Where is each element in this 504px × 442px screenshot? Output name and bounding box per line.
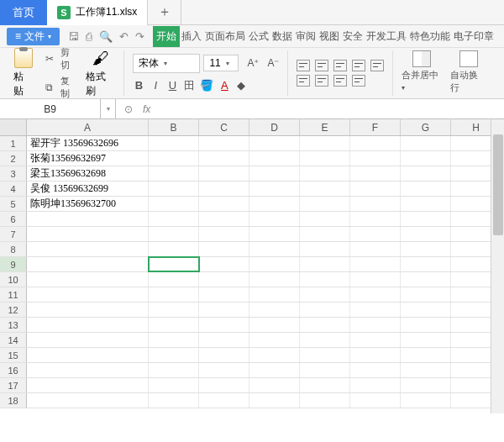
indent-decrease-icon[interactable] (352, 60, 365, 71)
font-name-select[interactable]: 宋体▾ (133, 54, 200, 73)
wrap-text-button[interactable]: 自动换行 (450, 50, 487, 96)
cell[interactable] (199, 242, 249, 256)
cell[interactable] (249, 348, 300, 362)
cell[interactable] (249, 303, 300, 317)
scrollbar-thumb[interactable] (493, 134, 503, 235)
cell[interactable] (350, 348, 401, 362)
vertical-scrollbar[interactable] (491, 119, 504, 413)
cell[interactable] (300, 257, 350, 271)
cell[interactable] (149, 287, 199, 302)
cell[interactable] (27, 318, 149, 332)
column-header[interactable]: A (27, 119, 149, 135)
cell[interactable] (149, 182, 199, 196)
column-header[interactable]: F (350, 119, 401, 135)
cell[interactable] (27, 378, 149, 392)
cell[interactable] (249, 212, 300, 226)
cell[interactable] (27, 227, 149, 241)
cell[interactable] (27, 303, 149, 317)
cell[interactable] (149, 151, 199, 166)
cell[interactable] (249, 378, 300, 392)
cell[interactable] (149, 378, 199, 392)
format-brush-button[interactable]: 格式刷 (86, 49, 116, 98)
cell[interactable]: 吴俊 13569632699 (27, 182, 149, 196)
cell[interactable] (401, 287, 451, 302)
cell[interactable] (249, 242, 300, 256)
fill-color-button[interactable]: 🪣 (200, 79, 213, 92)
cell[interactable] (249, 257, 300, 271)
cell[interactable] (401, 227, 451, 241)
cell[interactable] (27, 393, 149, 408)
bold-button[interactable]: B (133, 79, 144, 92)
row-header[interactable]: 16 (0, 363, 27, 377)
font-color-button[interactable]: A (218, 79, 230, 92)
select-all-corner[interactable] (0, 119, 27, 135)
name-box[interactable]: B9 (0, 99, 101, 118)
column-header[interactable]: G (401, 119, 451, 135)
row-header[interactable]: 2 (0, 151, 27, 166)
cell[interactable] (27, 348, 149, 362)
cell[interactable] (149, 212, 199, 226)
cell[interactable] (249, 227, 300, 241)
cell[interactable] (149, 303, 199, 317)
cell[interactable] (249, 197, 300, 211)
cell[interactable] (249, 318, 300, 332)
cell[interactable] (199, 136, 249, 150)
cell[interactable] (199, 363, 249, 377)
row-header[interactable]: 3 (0, 166, 27, 181)
cell[interactable] (401, 166, 451, 181)
cell[interactable] (350, 227, 401, 241)
cell[interactable] (350, 242, 401, 256)
cell[interactable] (149, 136, 199, 150)
cell[interactable] (149, 227, 199, 241)
preview-icon[interactable]: 🔍 (99, 30, 113, 43)
cell[interactable] (300, 242, 350, 256)
cell[interactable] (199, 287, 249, 302)
cell[interactable] (199, 318, 249, 332)
cell[interactable] (300, 318, 350, 332)
cell[interactable] (300, 151, 350, 166)
cell[interactable] (350, 303, 401, 317)
spreadsheet-grid[interactable]: ABCDEFGH 1翟开宇 135696326962张菊135696326973… (0, 119, 504, 408)
cell[interactable] (401, 151, 451, 166)
home-tab[interactable]: 首页 (0, 0, 47, 25)
cell[interactable] (149, 363, 199, 377)
cell[interactable] (249, 166, 300, 181)
row-header[interactable]: 14 (0, 333, 27, 347)
align-middle-icon[interactable] (315, 60, 328, 71)
cell[interactable] (199, 212, 249, 226)
align-left-icon[interactable] (297, 75, 310, 87)
cell[interactable] (249, 136, 300, 150)
cell[interactable] (27, 242, 149, 256)
name-box-dropdown[interactable]: ▾ (101, 99, 116, 118)
row-header[interactable]: 6 (0, 212, 27, 226)
cell[interactable] (199, 166, 249, 181)
cell[interactable] (199, 227, 249, 241)
row-header[interactable]: 15 (0, 348, 27, 362)
justify-icon[interactable] (352, 75, 365, 87)
cell[interactable] (300, 333, 350, 347)
workbook-tab[interactable]: S 工作簿11.xlsx (47, 0, 148, 25)
cell[interactable] (300, 197, 350, 211)
ribbon-tab-电子印章[interactable]: 电子印章 (452, 26, 496, 47)
cell[interactable] (199, 151, 249, 166)
align-bottom-icon[interactable] (333, 60, 347, 71)
cell[interactable] (300, 182, 350, 196)
indent-increase-icon[interactable] (370, 60, 384, 71)
ribbon-tab-审阅[interactable]: 审阅 (294, 26, 318, 47)
cell[interactable] (27, 363, 149, 377)
cell[interactable] (199, 303, 249, 317)
italic-button[interactable]: I (150, 79, 161, 92)
cell[interactable] (249, 151, 300, 166)
cell[interactable] (300, 287, 350, 302)
cell[interactable] (350, 197, 401, 211)
column-header[interactable]: B (149, 119, 199, 135)
cell[interactable] (199, 257, 249, 271)
row-header[interactable]: 12 (0, 303, 27, 317)
cell[interactable] (401, 333, 451, 347)
cell[interactable] (249, 363, 300, 377)
cell[interactable] (401, 272, 451, 287)
cell[interactable] (300, 378, 350, 392)
cell[interactable] (350, 212, 401, 226)
cell[interactable] (401, 318, 451, 332)
cell[interactable] (350, 363, 401, 377)
